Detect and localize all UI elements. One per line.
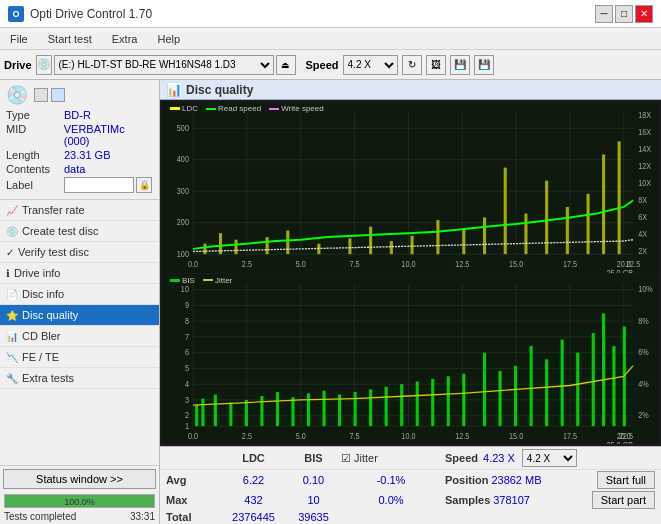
drive-toolbar: Drive 💿 (E:) HL-DT-ST BD-RE WH16NS48 1.D… (0, 50, 661, 80)
svg-text:15.0: 15.0 (509, 431, 523, 441)
svg-text:8%: 8% (638, 316, 649, 326)
disc-type-label: Type (6, 109, 64, 121)
disc-action-2[interactable] (51, 88, 65, 102)
disc-type-value: BD-R (64, 109, 91, 121)
nav-create-test-disc[interactable]: 💿 Create test disc (0, 221, 159, 242)
disc-mid-value: VERBATIMc (000) (64, 123, 153, 147)
svg-text:4%: 4% (638, 379, 649, 389)
svg-text:10%: 10% (638, 284, 653, 294)
nav-fe-te[interactable]: 📉 FE / TE (0, 347, 159, 368)
disc-image-icon: 🖼 (426, 55, 446, 75)
nav-disc-quality[interactable]: ⭐ Disc quality (0, 305, 159, 326)
jitter-max: 0.0% (341, 494, 441, 506)
nav-verify-test-disc[interactable]: ✓ Verify test disc (0, 242, 159, 263)
max-row: Max 432 10 0.0% Samples 378107 Start par… (160, 490, 661, 510)
svg-text:12.5: 12.5 (455, 431, 469, 441)
jitter-legend-label: Jitter (215, 276, 232, 285)
disc-mid-row: MID VERBATIMc (000) (6, 123, 153, 147)
samples-label: Samples (445, 494, 490, 506)
speed-select[interactable]: 4.2 X (343, 55, 398, 75)
svg-text:7.5: 7.5 (350, 431, 360, 441)
drive-eject-button[interactable]: ⏏ (276, 55, 296, 75)
menu-help[interactable]: Help (151, 31, 186, 47)
ldc-total: 2376445 (221, 511, 286, 523)
svg-text:2: 2 (185, 410, 189, 420)
progress-bar-container: 100.0% (4, 494, 155, 508)
close-button[interactable]: ✕ (635, 5, 653, 23)
drive-select[interactable]: (E:) HL-DT-ST BD-RE WH16NS48 1.D3 (54, 55, 274, 75)
menu-extra[interactable]: Extra (106, 31, 144, 47)
verify-test-disc-icon: ✓ (6, 247, 14, 258)
maximize-button[interactable]: □ (615, 5, 633, 23)
disc-label-input[interactable] (64, 177, 134, 193)
write-legend: Write speed (269, 104, 324, 113)
svg-rect-118 (400, 384, 403, 426)
svg-rect-123 (483, 352, 486, 425)
nav-extra-tests[interactable]: 🔧 Extra tests (0, 368, 159, 389)
create-test-disc-icon: 💿 (6, 226, 18, 237)
fe-te-icon: 📉 (6, 352, 18, 363)
menu-start-test[interactable]: Start test (42, 31, 98, 47)
svg-text:10: 10 (181, 284, 189, 294)
speed-display-select[interactable]: 4.2 X (522, 449, 577, 467)
status-window-button[interactable]: Status window >> (3, 469, 156, 489)
svg-text:3: 3 (185, 394, 189, 404)
extra-tests-icon: 🔧 (6, 373, 18, 384)
write-legend-label: Write speed (281, 104, 324, 113)
svg-text:15.0: 15.0 (509, 259, 523, 269)
svg-rect-126 (530, 346, 533, 426)
save-icon[interactable]: 💾 (474, 55, 494, 75)
svg-rect-131 (602, 313, 605, 426)
left-panel: 💿 Type BD-R MID VERBATIMc (000) Length (0, 80, 160, 524)
bis-legend: BIS (170, 276, 195, 285)
disc-action-1[interactable] (34, 88, 48, 102)
drive-label: Drive (4, 59, 32, 71)
bottom-stats-panel: LDC BIS ☑ Jitter Speed 4.23 X 4.2 X (160, 446, 661, 524)
svg-rect-124 (499, 371, 502, 426)
svg-text:10.0: 10.0 (401, 431, 415, 441)
position-group: Position 23862 MB (445, 474, 542, 486)
total-label: Total (166, 511, 221, 523)
svg-rect-120 (431, 378, 434, 425)
start-full-button[interactable]: Start full (597, 471, 655, 489)
svg-text:25.0 GB: 25.0 GB (607, 440, 634, 444)
status-time: 33:31 (130, 511, 155, 522)
bis-col-header: BIS (286, 452, 341, 464)
jitter-checkbox[interactable]: ☑ (341, 452, 351, 465)
disc-info-icon: 📄 (6, 289, 18, 300)
svg-text:6%: 6% (638, 347, 649, 357)
top-chart-svg: 500 400 300 200 100 18X 16X 14X 12X 10X … (162, 102, 659, 273)
status-row: Tests completed 33:31 (0, 510, 159, 524)
svg-rect-129 (576, 352, 579, 425)
svg-rect-55 (566, 207, 569, 254)
disc-label-row: Label 🔒 (6, 177, 153, 193)
minimize-button[interactable]: ─ (595, 5, 613, 23)
speed-refresh-icon[interactable]: ↻ (402, 55, 422, 75)
jitter-col-header: ☑ Jitter (341, 452, 441, 465)
svg-rect-107 (229, 402, 232, 426)
ldc-avg: 6.22 (221, 474, 286, 486)
svg-rect-46 (369, 227, 372, 255)
svg-rect-127 (545, 359, 548, 426)
svg-rect-53 (524, 213, 527, 254)
bottom-chart: BIS Jitter (162, 274, 659, 445)
nav-cd-bler[interactable]: 📊 CD Bler (0, 326, 159, 347)
svg-text:4: 4 (185, 379, 189, 389)
jitter-legend: Jitter (203, 276, 232, 285)
status-text: Tests completed (4, 511, 76, 522)
svg-rect-125 (514, 365, 517, 425)
nav-transfer-rate[interactable]: 📈 Transfer rate (0, 200, 159, 221)
svg-rect-50 (462, 228, 465, 254)
svg-text:25.0 GB: 25.0 GB (607, 269, 634, 273)
app-title: Opti Drive Control 1.70 (30, 7, 152, 21)
position-label: Position (445, 474, 488, 486)
disc-mid-label: MID (6, 123, 64, 147)
start-part-button[interactable]: Start part (592, 491, 655, 509)
disc-contents-value: data (64, 163, 85, 175)
nav-drive-info[interactable]: ℹ Drive info (0, 263, 159, 284)
disc-section: 💿 Type BD-R MID VERBATIMc (000) Length (0, 80, 159, 200)
nav-disc-info[interactable]: 📄 Disc info (0, 284, 159, 305)
menu-file[interactable]: File (4, 31, 34, 47)
disc-label-save-button[interactable]: 🔒 (136, 177, 152, 193)
drive-info-icon: ℹ (6, 268, 10, 279)
